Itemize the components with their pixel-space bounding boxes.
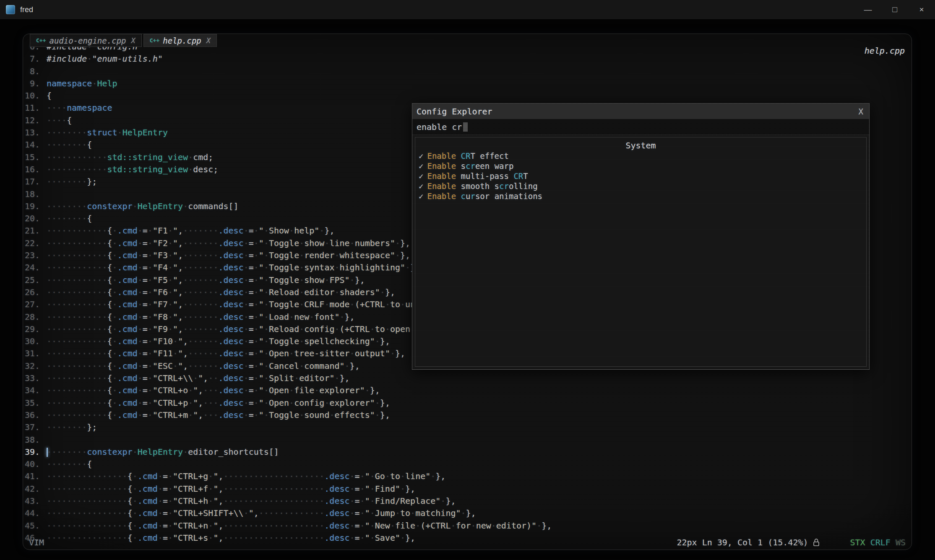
line-number: 15. bbox=[23, 151, 40, 163]
status-bar: VIM 22px Ln 39, Col 1 (15.42%) STX CRLF … bbox=[23, 536, 912, 549]
line-number: 25. bbox=[23, 274, 40, 286]
line-number: 17. bbox=[23, 176, 40, 188]
window-title: fred bbox=[20, 5, 33, 14]
line-number: 9. bbox=[23, 78, 40, 90]
vim-mode-indicator: VIM bbox=[29, 537, 44, 547]
line-number: 21. bbox=[23, 225, 40, 237]
line-number: 39. bbox=[23, 446, 40, 458]
config-option[interactable]: ✓Enable smooth scrolling bbox=[415, 181, 866, 191]
line-number: 35. bbox=[23, 397, 40, 409]
code-line[interactable]: 9.namespace·Help bbox=[23, 78, 552, 90]
code-line[interactable]: 41.················{·.cmd·=·"CTRL+g·",··… bbox=[23, 470, 552, 482]
line-number: 45. bbox=[23, 520, 40, 532]
code-line[interactable]: 43.················{·.cmd·=·"CTRL+h·",··… bbox=[23, 495, 552, 507]
tab-help-cpp[interactable]: C++help.cppX bbox=[143, 34, 217, 47]
window-titlebar: fred — □ × bbox=[0, 0, 935, 20]
config-search-query: enable cr bbox=[417, 122, 462, 132]
line-number: 19. bbox=[23, 200, 40, 213]
line-number: 26. bbox=[23, 286, 40, 298]
line-number: 30. bbox=[23, 335, 40, 347]
checkbox-checked-icon[interactable]: ✓ bbox=[419, 161, 423, 171]
line-number: 27. bbox=[23, 298, 40, 311]
line-number: 24. bbox=[23, 262, 40, 274]
app-icon bbox=[6, 5, 15, 14]
line-number: 33. bbox=[23, 372, 40, 384]
line-number: 29. bbox=[23, 323, 40, 335]
editor-screen: C++audio-engine.cppXC++help.cppX help.cp… bbox=[23, 34, 912, 550]
line-number: 36. bbox=[23, 409, 40, 421]
code-line[interactable]: 44.················{·.cmd·=·"CTRL+SHIFT+… bbox=[23, 507, 552, 519]
line-number: 18. bbox=[23, 188, 40, 200]
line-number: 14. bbox=[23, 139, 40, 151]
checkbox-checked-icon[interactable]: ✓ bbox=[419, 181, 423, 191]
line-number: 38. bbox=[23, 434, 40, 446]
config-explorer-close-icon[interactable]: X bbox=[859, 107, 869, 116]
code-line[interactable]: 38. bbox=[23, 434, 552, 446]
code-line[interactable]: 40.········{ bbox=[23, 458, 552, 470]
line-number: 41. bbox=[23, 470, 40, 482]
line-number: 32. bbox=[23, 360, 40, 372]
line-number: 22. bbox=[23, 237, 40, 249]
code-line[interactable]: 35.············{·.cmd·=·"CTRL+p·",···.de… bbox=[23, 397, 552, 409]
config-explorer-panel: Config Explorer X enable cr System ✓Enab… bbox=[412, 103, 870, 370]
code-line[interactable]: 34.············{·.cmd·=·"CTRL+o·",···.de… bbox=[23, 384, 552, 397]
line-number: 16. bbox=[23, 163, 40, 176]
code-line[interactable]: 33.············{·.cmd·=·"CTRL+\\·",··.de… bbox=[23, 372, 552, 384]
cursor-position-status: 22px Ln 39, Col 1 (15.42%) bbox=[677, 537, 808, 547]
line-number: 28. bbox=[23, 311, 40, 323]
config-explorer-header: Config Explorer X bbox=[412, 104, 869, 119]
config-option[interactable]: ✓Enable multi-pass CRT bbox=[415, 171, 866, 181]
line-number: 40. bbox=[23, 458, 40, 470]
config-section-header: System bbox=[415, 140, 866, 151]
line-number: 37. bbox=[23, 421, 40, 433]
code-line[interactable]: 45.················{·.cmd·=·"CTRL+n·",··… bbox=[23, 520, 552, 532]
line-number: 12. bbox=[23, 114, 40, 127]
code-line[interactable]: 37.········}; bbox=[23, 421, 552, 433]
pane-filename-label: help.cpp bbox=[865, 46, 905, 56]
cpp-file-icon: C++ bbox=[150, 37, 159, 44]
line-number: 10. bbox=[23, 90, 40, 102]
line-number: 11. bbox=[23, 102, 40, 114]
code-line[interactable]: 42.················{·.cmd·=·"CTRL+f·",··… bbox=[23, 483, 552, 495]
config-search-input[interactable]: enable cr bbox=[412, 119, 869, 135]
config-option[interactable]: ✓Enable screen warp bbox=[415, 161, 866, 171]
tab-close-icon[interactable]: X bbox=[206, 36, 211, 45]
code-line[interactable]: 36.············{·.cmd·=·"CTRL+m·",···.de… bbox=[23, 409, 552, 421]
tab-label: audio-engine.cpp bbox=[49, 36, 126, 45]
config-option[interactable]: ✓Enable cursor animations bbox=[415, 191, 866, 201]
close-button[interactable]: × bbox=[908, 0, 935, 19]
line-number: 31. bbox=[23, 347, 40, 360]
line-number: 42. bbox=[23, 483, 40, 495]
line-number: 8. bbox=[23, 65, 40, 78]
config-explorer-title: Config Explorer bbox=[412, 106, 492, 117]
line-number: 20. bbox=[23, 213, 40, 225]
line-number: 34. bbox=[23, 384, 40, 397]
line-number: 7. bbox=[23, 53, 40, 65]
code-line[interactable]: 39.········constexpr·HelpEntry·editor_sh… bbox=[23, 446, 552, 458]
config-options-list: System ✓Enable CRT effect✓Enable screen … bbox=[415, 137, 867, 367]
code-line[interactable]: 8. bbox=[23, 65, 552, 78]
code-line[interactable]: 7.#include·"enum-utils.h" bbox=[23, 53, 552, 65]
tab-bar: C++audio-engine.cppXC++help.cppX bbox=[30, 34, 219, 47]
tab-label: help.cpp bbox=[163, 36, 201, 45]
line-number: 13. bbox=[23, 127, 40, 139]
file-format-flags: STX CRLF WS bbox=[850, 537, 906, 547]
line-number: 43. bbox=[23, 495, 40, 507]
line-number: 23. bbox=[23, 249, 40, 262]
maximize-button[interactable]: □ bbox=[881, 0, 908, 19]
checkbox-checked-icon[interactable]: ✓ bbox=[419, 151, 423, 161]
code-line[interactable]: 10.{ bbox=[23, 90, 552, 102]
cpp-file-icon: C++ bbox=[36, 37, 46, 44]
window-controls: — □ × bbox=[854, 0, 935, 19]
tab-audio-engine-cpp[interactable]: C++audio-engine.cppX bbox=[30, 34, 142, 47]
lock-icon[interactable] bbox=[813, 538, 820, 547]
checkbox-checked-icon[interactable]: ✓ bbox=[419, 171, 423, 181]
search-caret bbox=[463, 122, 468, 132]
tab-close-icon[interactable]: X bbox=[131, 36, 135, 45]
line-number: 44. bbox=[23, 507, 40, 519]
checkbox-checked-icon[interactable]: ✓ bbox=[419, 192, 423, 201]
config-option[interactable]: ✓Enable CRT effect bbox=[415, 151, 866, 161]
minimize-button[interactable]: — bbox=[854, 0, 881, 19]
